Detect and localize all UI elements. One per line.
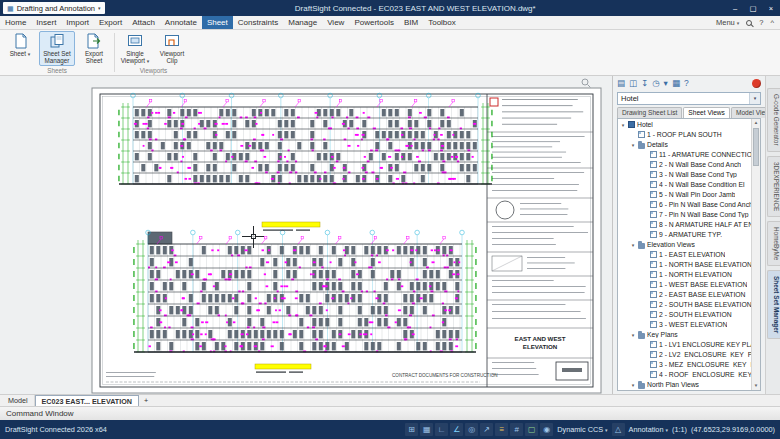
tree-item[interactable]: 2 - SOUTH ELEVATION	[618, 310, 751, 320]
tree-item[interactable]: 1 - LV1 ENCLOSURE KEY PLAN	[618, 340, 751, 350]
menu-dropdown[interactable]: Menu ▾	[716, 18, 739, 27]
annotation-monitor-icon[interactable]: ◉	[540, 423, 553, 436]
command-window[interactable]: Command Window	[0, 406, 780, 420]
tree-scrollbar[interactable]: ▲ ▼	[751, 119, 760, 390]
annotation-scale-icon[interactable]: △	[612, 423, 625, 436]
active-sheet-tab[interactable]: EC023 EAST... ELEVATION	[35, 395, 139, 406]
tree-item[interactable]: Details	[618, 140, 751, 150]
sheet-list-icon[interactable]: ▤	[617, 77, 625, 90]
tab-bim[interactable]: BIM	[399, 16, 423, 29]
viewport-clip-button[interactable]: Viewport Clip	[154, 31, 190, 66]
tab-export[interactable]: Export	[94, 16, 127, 29]
tree-item[interactable]: North Plan Views	[618, 380, 751, 390]
threedexperience-compass-icon[interactable]	[752, 79, 761, 88]
recent-dropdown-icon[interactable]: ▾	[664, 77, 668, 90]
recent-icon[interactable]: ◷	[652, 77, 659, 90]
lineweight-icon[interactable]: ≡	[495, 423, 508, 436]
export-sheet-button[interactable]: Export Sheet	[76, 31, 112, 66]
side-tab-gcode-generator[interactable]: G-code Generator	[767, 88, 780, 152]
workspace-grid-icon: ▦	[7, 5, 14, 12]
tree-item[interactable]: Elevation Views	[618, 240, 751, 250]
dropdown-arrow-icon[interactable]: ▾	[749, 93, 760, 104]
help-icon[interactable]: ?	[759, 18, 763, 27]
tree-item[interactable]: 3 - N Wall Base Cond Typ	[618, 170, 751, 180]
tab-sheet-views[interactable]: Sheet Views	[683, 107, 730, 118]
tree-item[interactable]: 6 - Pin N Wall Base Cond Anch	[618, 200, 751, 210]
close-button[interactable]: ×	[762, 0, 780, 16]
tree-item[interactable]: 3 - MEZ_ENCLOSURE_KEY_PLAN	[618, 360, 751, 370]
drawing-canvas[interactable]: EAST AND WESTELEVATIONCONTRACT DOCUMENTS…	[0, 76, 612, 394]
workspace-selector[interactable]: ▦ Drafting and Annotation ▾	[3, 2, 105, 14]
tree-item[interactable]: 2 - SOUTH BASE ELEVATION	[618, 300, 751, 310]
tree-item[interactable]: 11 - ARMATURE CONNECTION TO COLUMN	[618, 150, 751, 160]
side-tab-sheet-set-manager[interactable]: Sheet Set Manager	[767, 270, 780, 339]
annotation-toggle[interactable]: Annotation ▾	[629, 425, 668, 434]
single-viewport-button[interactable]: Single Viewport ▾	[117, 31, 153, 66]
side-tab-homebyme[interactable]: HomeByMe	[767, 221, 780, 266]
tab-drawing-sheet-list[interactable]: Drawing Sheet List	[617, 107, 682, 118]
tree-item[interactable]: 2 - N Wall Base Cond Anch	[618, 160, 751, 170]
tab-manage[interactable]: Manage	[283, 16, 322, 29]
new-sheet-icon[interactable]: ◫	[629, 77, 637, 90]
tree-item[interactable]: 1 - NORTH BASE ELEVATION	[618, 260, 751, 270]
caret-icon[interactable]	[630, 382, 636, 388]
model-tab[interactable]: Model	[2, 395, 35, 406]
minimize-button[interactable]: –	[726, 0, 744, 16]
tab-powertools[interactable]: Powertools	[349, 16, 399, 29]
tree-item[interactable]: 1 - EAST ELEVATION	[618, 250, 751, 260]
tab-insert[interactable]: Insert	[31, 16, 61, 29]
ortho-icon[interactable]: ∟	[435, 423, 448, 436]
add-sheet-button[interactable]: +	[139, 395, 153, 406]
tab-sheet[interactable]: Sheet	[202, 16, 233, 29]
tab-annotate[interactable]: Annotate	[160, 16, 202, 29]
caret-icon[interactable]	[620, 122, 626, 128]
scrollbar-thumb[interactable]	[753, 128, 759, 166]
polar-icon[interactable]: ∠	[450, 423, 463, 436]
sheet-set-manager-panel: ▤ ◫ ↧ ◷ ▾ ▦ ? Hotel ▾	[612, 76, 765, 394]
tree-item[interactable]: 5 - N Wall Pin Door Jamb	[618, 190, 751, 200]
tree-item[interactable]: 2 - LV2_ENCLOSURE_KEY_PLAN	[618, 350, 751, 360]
ribbon-collapse-icon[interactable]: ^	[770, 18, 774, 27]
tab-view[interactable]: View	[322, 16, 349, 29]
workspace-label: Drafting and Annotation	[17, 4, 95, 13]
tree-item[interactable]: 9 - ARMATURE TYP.	[618, 230, 751, 240]
tree-item[interactable]: 2 - EAST BASE ELEVATION	[618, 290, 751, 300]
sheet-set-dropdown[interactable]: Hotel ▾	[617, 92, 761, 105]
caret-icon[interactable]	[630, 332, 636, 338]
tree-item[interactable]: 3 - WEST ELEVATION	[618, 320, 751, 330]
tree-item[interactable]: 4 - ROOF_ENCLOSURE_KEY_PLAN	[618, 370, 751, 380]
side-tab-3dexperience[interactable]: 3DEXPERIENCE	[767, 156, 780, 217]
tree-item[interactable]: 1 - WEST BASE ELEVATION	[618, 280, 751, 290]
quick-input-icon[interactable]: #	[510, 423, 523, 436]
view-options-icon[interactable]: ▦	[672, 77, 680, 90]
tree-item[interactable]: 1 - ROOF PLAN SOUTH	[618, 130, 751, 140]
tab-import[interactable]: Import	[61, 16, 94, 29]
scale-indicator[interactable]: (1:1)	[672, 425, 687, 434]
import-sheet-icon[interactable]: ↧	[641, 77, 648, 90]
search-icon[interactable]	[746, 20, 752, 26]
scroll-down-icon[interactable]: ▼	[754, 382, 758, 390]
tab-home[interactable]: Home	[0, 16, 31, 29]
dynamic-ccs-toggle[interactable]: Dynamic CCS ▾	[557, 425, 607, 434]
tab-constraints[interactable]: Constraints	[233, 16, 283, 29]
units-icon[interactable]: ▢	[525, 423, 538, 436]
caret-icon[interactable]	[630, 142, 636, 148]
snap-icon[interactable]: ⊞	[405, 423, 418, 436]
maximize-button[interactable]: ▢	[744, 0, 762, 16]
etrack-icon[interactable]: ↗	[480, 423, 493, 436]
help-icon[interactable]: ?	[684, 77, 689, 90]
tab-attach[interactable]: Attach	[127, 16, 160, 29]
caret-icon[interactable]	[630, 242, 636, 248]
tree-item[interactable]: 4 - N Wall Base Condition El	[618, 180, 751, 190]
tab-toolbox[interactable]: Toolbox	[423, 16, 461, 29]
sheet-set-manager-button[interactable]: Sheet Set Manager	[39, 31, 75, 66]
scroll-up-icon[interactable]: ▲	[754, 119, 758, 127]
tree-item[interactable]: Hotel	[618, 120, 751, 130]
tree-item[interactable]: 1 - NORTH ELEVATION	[618, 270, 751, 280]
grid-icon[interactable]: ▦	[420, 423, 433, 436]
esnap-icon[interactable]: ◎	[465, 423, 478, 436]
tree-item[interactable]: 7 - Pin N Wall Base Cond Typ	[618, 210, 751, 220]
tree-item[interactable]: Key Plans	[618, 330, 751, 340]
sheet-button[interactable]: Sheet ▾	[2, 31, 38, 66]
tree-item[interactable]: 8 - N ARMATURE HALF AT END TYP	[618, 220, 751, 230]
